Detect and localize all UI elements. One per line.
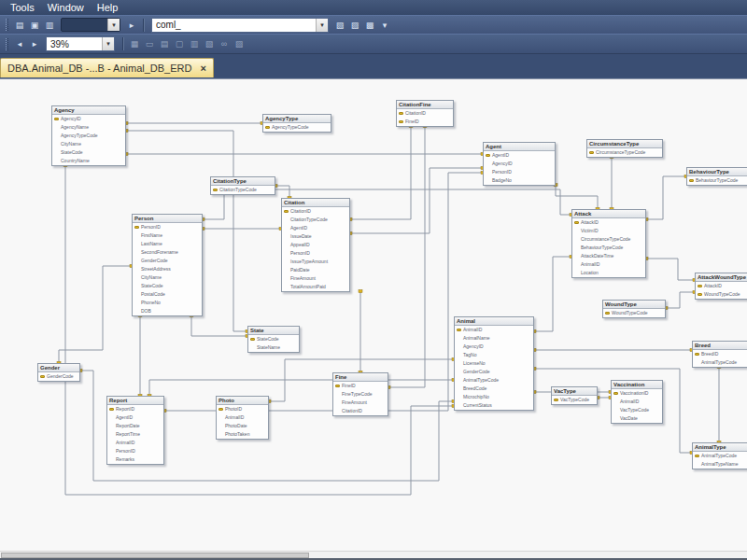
erd-field-row[interactable]: WoundTypeCode [603,309,665,317]
erd-table-agency[interactable]: AgencyAgencyIDAgencyNameAgencyTypeCodeCi… [51,105,126,166]
erd-field-row[interactable]: AnimalTypeName [693,460,747,469]
erd-field-row[interactable]: PersonID [484,168,555,176]
erd-table-title[interactable]: Citation [282,199,349,207]
erd-field-row[interactable]: ReportID [107,405,163,413]
erd-field-row[interactable]: BreedCode [455,385,533,393]
erd-field-row[interactable]: StreetAddress [133,265,202,273]
erd-field-row[interactable]: LicenseNo [455,359,533,368]
erd-field-row[interactable]: AnimalID [612,398,662,406]
erd-field-row[interactable]: PersonID [133,223,202,231]
erd-field-row[interactable]: AttackID [572,218,645,227]
erd-field-row[interactable]: StateCode [52,148,125,157]
erd-field-row[interactable]: DOB [133,307,202,315]
erd-table-title[interactable]: AttackWoundType [696,273,747,282]
show-labels-icon[interactable]: ▨ [232,36,247,51]
chevron-down-icon[interactable]: ▾ [316,19,328,32]
page-breaks-icon[interactable]: ▧ [202,36,217,51]
erd-field-row[interactable]: CountryName [52,157,125,165]
menu-window[interactable]: Window [41,1,91,15]
erd-field-row[interactable]: AppealID [282,241,349,249]
erd-table-title[interactable]: Vaccination [612,381,662,389]
erd-table-attackwoundtype[interactable]: AttackWoundTypeAttackIDWoundTypeCode [695,273,747,300]
erd-table-title[interactable]: Photo [217,397,268,405]
erd-field-row[interactable]: AnimalName [455,334,533,343]
erd-field-row[interactable]: PhotoID [217,405,268,413]
menu-tools[interactable]: Tools [4,1,41,15]
erd-field-row[interactable]: FirstName [133,231,202,240]
tab-close-icon[interactable]: × [200,63,205,74]
erd-field-row[interactable]: VacDate [612,414,662,423]
erd-table-title[interactable]: Breed [693,342,747,350]
erd-field-row[interactable]: Remarks [107,455,163,464]
toolbox-icon[interactable]: ▩ [362,18,377,33]
erd-table-person[interactable]: PersonPersonIDFirstNameLastNameSecondFor… [132,214,203,316]
erd-field-row[interactable]: CitationID [397,109,453,118]
erd-field-row[interactable]: FineAmount [333,399,388,407]
erd-field-row[interactable]: WoundTypeCode [696,290,747,299]
erd-table-state[interactable]: StateStateCodeStateName [247,326,300,353]
erd-field-row[interactable]: AgencyID [484,160,555,168]
erd-field-row[interactable]: Location [572,269,645,277]
erd-field-row[interactable]: AnimalID [107,439,163,447]
erd-field-row[interactable]: VaccinationID [612,389,662,398]
erd-field-row[interactable]: StateCode [133,282,202,290]
save-icon[interactable]: ▥ [42,18,57,33]
erd-table-title[interactable]: Agent [484,143,555,151]
erd-field-row[interactable]: PhotoTaken [217,430,268,439]
chevron-down-icon[interactable]: ▾ [107,19,120,31]
erd-field-row[interactable]: CitationID [333,407,388,415]
erd-field-row[interactable]: CitationTypeCode [211,186,275,194]
erd-field-row[interactable]: BadgeNo [484,176,555,185]
arrange-tables-icon[interactable]: ▥ [187,36,202,51]
erd-field-row[interactable]: LastName [133,240,202,248]
erd-field-row[interactable]: AgencyTypeCode [263,123,331,132]
erd-table-title[interactable]: BehaviourType [687,168,747,176]
erd-field-row[interactable]: FineAmount [282,274,349,283]
erd-field-row[interactable]: GenderCode [38,372,79,381]
erd-field-row[interactable]: AnimalTypeCode [455,376,533,385]
erd-table-circumstancetype[interactable]: CircumstanceTypeCircumstanceTypeCode [586,139,663,158]
erd-field-row[interactable]: PersonID [282,249,349,258]
erd-field-row[interactable]: AnimalID [455,326,533,334]
erd-field-row[interactable]: AgencyTypeCode [52,132,125,140]
erd-table-agent[interactable]: AgentAgentIDAgencyIDPersonIDBadgeNo [483,142,556,186]
erd-field-row[interactable]: ReportDate [107,422,163,430]
erd-field-row[interactable]: StateName [248,343,299,352]
erd-table-photo[interactable]: PhotoPhotoIDAnimalIDPhotoDatePhotoTaken [216,396,269,440]
erd-table-citationtype[interactable]: CitationTypeCitationTypeCode [210,176,275,195]
autosize-tables-icon[interactable]: ▢ [172,36,187,51]
execute-icon[interactable]: ▸ [124,18,139,33]
erd-table-vaccination[interactable]: VaccinationVaccinationIDAnimalIDVacTypeC… [611,380,663,424]
erd-table-title[interactable]: Attack [572,210,645,218]
erd-field-row[interactable]: CircumstanceTypeCode [572,235,645,244]
erd-table-title[interactable]: Person [133,215,202,223]
erd-field-row[interactable]: FineTypeCode [333,390,388,399]
erd-field-row[interactable]: TotalAmountPaid [282,283,349,291]
nav-back-icon[interactable]: ◂ [12,36,27,51]
diagram-canvas[interactable]: AgencyAgencyIDAgencyNameAgencyTypeCodeCi… [0,78,747,551]
erd-table-title[interactable]: CircumstanceType [587,140,662,148]
erd-field-row[interactable]: TagNo [455,351,533,359]
erd-field-row[interactable]: AnimalID [572,260,645,269]
erd-table-title[interactable]: Animal [455,317,533,326]
erd-field-row[interactable]: CitationID [282,207,349,216]
erd-table-vactype[interactable]: VacTypeVacTypeCode [551,386,598,405]
erd-field-row[interactable]: PaidDate [282,266,349,274]
erd-field-row[interactable]: GenderCode [133,257,202,265]
erd-field-row[interactable]: FineID [397,118,453,126]
erd-field-row[interactable]: AnimalTypeCode [693,358,747,367]
erd-field-row[interactable]: AgentID [282,224,349,232]
toolbar-options-icon[interactable]: ▾ [377,18,392,33]
erd-field-row[interactable]: CircumstanceTypeCode [587,148,662,157]
erd-field-row[interactable]: AgentID [484,151,555,160]
tab-animal-db-erd[interactable]: DBA.Animal_DB -...B - Animal_DB_ERD × [0,58,214,77]
erd-field-row[interactable]: BreedID [693,350,747,358]
relationships-icon[interactable]: ∞ [217,36,232,51]
erd-table-fine[interactable]: FineFineIDFineTypeCodeFineAmountCitation… [332,372,388,416]
erd-field-row[interactable]: StateCode [248,335,299,343]
erd-table-citation[interactable]: CitationCitationIDCitationTypeCodeAgentI… [281,198,350,292]
new-query-icon[interactable]: ▤ [12,18,27,33]
erd-field-row[interactable]: BehaviourTypeCode [687,176,747,185]
zoom-combo[interactable]: 39% ▾ [46,36,115,51]
add-related-tables-icon[interactable]: ▤ [157,36,172,51]
